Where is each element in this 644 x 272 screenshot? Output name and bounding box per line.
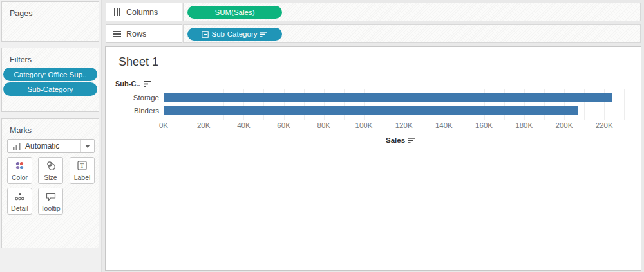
x-tick-label: 140K	[435, 122, 453, 129]
x-tick-label: 80K	[317, 122, 330, 129]
rows-pill-label: Sub-Category	[212, 30, 258, 38]
x-tick-label: 60K	[277, 122, 290, 129]
size-button[interactable]: Size	[38, 157, 63, 184]
horizontal-lines-icon	[113, 30, 121, 38]
mark-type-caret[interactable]	[80, 140, 94, 152]
pages-title: Pages	[2, 2, 99, 18]
columns-shelf-text: Columns	[126, 8, 158, 17]
x-axis-title[interactable]: Sales	[164, 136, 638, 144]
chart-pane[interactable]	[164, 91, 638, 119]
tooltip-button[interactable]: Tooltip	[38, 188, 63, 215]
filters-title: Filters	[2, 48, 99, 64]
row-header-labels: StorageBinders	[106, 91, 162, 119]
rows-shelf-area[interactable]: Sub-Category	[183, 24, 641, 43]
detail-button[interactable]: Detail	[7, 188, 32, 215]
sort-descending-icon[interactable]	[144, 80, 151, 87]
marks-title: Marks	[2, 119, 99, 135]
x-tick-label: 160K	[475, 122, 493, 129]
tooltip-button-label: Tooltip	[41, 204, 60, 212]
sort-descending-icon[interactable]	[408, 137, 416, 143]
label-button[interactable]: T Label	[70, 157, 95, 184]
label-button-label: Label	[74, 174, 91, 181]
rows-shelf-text: Rows	[126, 30, 146, 39]
filter-pill-category[interactable]: Category: Office Sup..	[3, 68, 97, 81]
x-axis-title-text: Sales	[386, 136, 405, 144]
color-dots-icon	[15, 158, 24, 174]
vertical-bars-icon	[113, 8, 121, 16]
detail-button-label: Detail	[11, 204, 28, 212]
sidebar: Pages Filters Category: Office Sup.. Sub…	[0, 0, 102, 272]
detail-dots-icon	[15, 188, 24, 204]
columns-pill-sum-sales[interactable]: SUM(Sales)	[187, 6, 282, 19]
x-tick-label: 180K	[515, 122, 533, 129]
bar-binders[interactable]	[164, 106, 578, 115]
filters-shelf[interactable]: Filters Category: Office Sup.. Sub-Categ…	[1, 48, 99, 112]
row-label[interactable]: Storage	[106, 93, 159, 102]
x-tick-label: 120K	[395, 122, 413, 129]
row-field-header-text: Sub-C..	[115, 80, 140, 87]
columns-shelf-label: Columns	[106, 3, 182, 21]
size-button-label: Size	[44, 174, 57, 181]
gridline	[624, 89, 625, 120]
x-tick-label: 100K	[355, 122, 373, 129]
rows-pill-sub-category[interactable]: Sub-Category	[187, 28, 282, 41]
speech-bubble-icon	[46, 188, 56, 204]
sort-descending-icon[interactable]	[260, 31, 268, 37]
text-label-icon: T	[77, 158, 87, 174]
x-axis: 0K20K40K60K80K100K120K140K160K180K200K22…	[164, 122, 638, 131]
mark-type-value: Automatic	[25, 141, 59, 150]
chevron-down-icon	[85, 145, 90, 148]
x-tick-label: 20K	[197, 122, 210, 129]
columns-shelf-area[interactable]: SUM(Sales)	[183, 3, 641, 21]
row-label[interactable]: Binders	[106, 106, 159, 115]
filter-pill-sub-category[interactable]: Sub-Category	[3, 82, 97, 96]
x-tick-label: 40K	[237, 122, 250, 129]
x-tick-label: 220K	[596, 122, 613, 129]
worksheet: Sheet 1 Sub-C.. StorageBinders 0K20K40K6…	[105, 46, 641, 271]
bar-storage[interactable]	[164, 93, 612, 102]
plus-box-icon[interactable]	[202, 31, 209, 38]
row-field-header[interactable]: Sub-C..	[115, 80, 151, 87]
mark-type-dropdown[interactable]: Automatic	[7, 139, 95, 153]
columns-pill-label: SUM(Sales)	[215, 8, 255, 16]
sheet-title[interactable]: Sheet 1	[118, 55, 158, 69]
size-circles-icon	[46, 158, 56, 174]
svg-text:T: T	[80, 163, 84, 169]
marks-card: Marks Automatic Color Size	[1, 118, 99, 248]
color-button[interactable]: Color	[7, 157, 32, 184]
bar-chart-icon	[13, 143, 21, 150]
color-button-label: Color	[12, 174, 28, 181]
pages-shelf[interactable]: Pages	[1, 1, 99, 42]
x-tick-label: 0K	[159, 122, 168, 129]
x-tick-label: 200K	[556, 122, 573, 129]
rows-shelf-label: Rows	[106, 24, 182, 43]
